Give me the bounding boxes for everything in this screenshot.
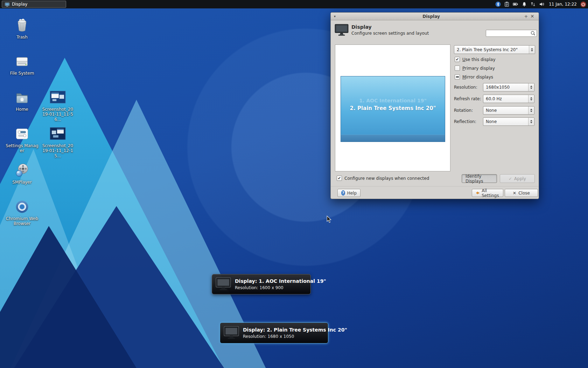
desktop-icon-settings-manager[interactable]: Settings Manager: [5, 125, 39, 154]
identify-osd-display-1: Display: 1. AOC International 19" Resolu…: [212, 274, 311, 294]
desktop-icon-home[interactable]: Home: [5, 89, 39, 112]
rotation-dropdown[interactable]: None: [483, 106, 534, 115]
reflection-dropdown[interactable]: None: [483, 117, 534, 126]
screenshot-thumbnail-icon: [49, 89, 66, 106]
close-button[interactable]: ✕ Close: [505, 189, 538, 197]
monitor-preview[interactable]: 1. AOC International 19" 2. Plain Tree S…: [341, 76, 445, 142]
notifications-bell-icon[interactable]: [522, 1, 527, 7]
checkbox-unchecked-icon[interactable]: [455, 66, 460, 71]
clipboard-icon[interactable]: [504, 1, 510, 7]
action-area-divider: [331, 186, 539, 186]
back-arrow-icon: [476, 190, 479, 196]
checkbox-checked-icon[interactable]: ✔: [337, 176, 342, 181]
desktop-icon-trash[interactable]: Trash: [5, 17, 39, 40]
maximize-icon[interactable]: +: [523, 14, 529, 19]
monitor-icon: [215, 276, 231, 292]
help-label: Help: [347, 191, 357, 196]
desktop-icon-file-system[interactable]: File System: [5, 53, 39, 76]
checkbox-label: Use this display: [462, 57, 496, 62]
search-input[interactable]: [486, 30, 537, 37]
close-window-icon[interactable]: ✕: [529, 14, 536, 19]
checkbox-mixed-icon[interactable]: [455, 74, 460, 80]
all-settings-label: All Settings: [482, 188, 499, 198]
panel-clock[interactable]: 11 Jan, 12:22: [549, 2, 577, 7]
dialog-heading: Display: [351, 24, 372, 30]
mirror-displays-checkbox[interactable]: Mirror displays: [455, 74, 493, 80]
spinner-arrows-icon[interactable]: [528, 83, 534, 91]
search-icon: [531, 30, 536, 37]
desktop-icon-smplayer[interactable]: SMPlayer: [5, 162, 39, 185]
identify-osd-display-2: Display: 2. Plain Tree Systems Inc 20" R…: [220, 322, 328, 343]
network-traffic-icon[interactable]: [530, 1, 536, 7]
window-icon: [5, 2, 10, 7]
top-panel: Display 11 Jan, 12:22: [0, 0, 588, 8]
window-menu-icon[interactable]: ▾: [334, 14, 340, 18]
settings-toggles-icon: [14, 125, 30, 142]
desktop-icon-label: Screenshot_2019-01-11_12-15...: [41, 143, 75, 158]
window-title: Display: [340, 14, 523, 19]
resolution-value: 588x368: [483, 85, 528, 90]
taskbar-window-button[interactable]: Display: [2, 1, 66, 8]
display-layout-preview[interactable]: 1. AOC International 19" 2. Plain Tree S…: [335, 45, 450, 171]
checkbox-label: Primary display: [462, 66, 495, 71]
power-button-icon[interactable]: [580, 1, 586, 7]
titlebar[interactable]: ▾ Display + ✕: [331, 13, 539, 20]
desktop-icon-chromium[interactable]: Chromium Web Browser: [5, 198, 39, 226]
rotation-value: None: [483, 108, 528, 113]
osd-display-resolution: Resolution: 1600 x 900: [235, 285, 326, 290]
apply-button[interactable]: ✓ Apply: [500, 174, 535, 183]
desktop-icon-screenshot-2[interactable]: Screenshot_2019-01-11_12-15...: [41, 125, 75, 158]
apply-check-icon: ✓: [509, 176, 512, 181]
configure-new-displays-checkbox[interactable]: ✔ Configure new displays when connected: [337, 176, 429, 181]
checkbox-label: Mirror displays: [462, 75, 493, 80]
home-folder-icon: [14, 89, 30, 106]
checkbox-checked-icon[interactable]: ✔: [455, 57, 460, 62]
volume-icon[interactable]: [539, 1, 545, 7]
search-box: [486, 29, 537, 36]
trash-icon: [14, 17, 30, 34]
desktop-icon-label: File System: [5, 71, 39, 76]
drive-icon: [14, 53, 30, 70]
refresh-rate-value: 60.0 Hz: [483, 96, 528, 101]
desktop-icon-label: Home: [5, 107, 39, 112]
display-selector-dropdown[interactable]: 2. Plain Tree Systems Inc 20": [454, 45, 535, 54]
refresh-rate-dropdown[interactable]: 60.0 Hz: [483, 95, 534, 103]
osd-display-resolution: Resolution: 588 x 368: [243, 334, 347, 339]
osd-display-title: Display: 2. Plain Tree Systems Inc 20": [243, 327, 347, 333]
help-button[interactable]: ? Help: [337, 189, 360, 197]
spinner-arrows-icon[interactable]: [528, 95, 534, 103]
desktop-icon-label: Settings Manager: [5, 143, 39, 154]
desktop-icon-label: SMPlayer: [5, 180, 39, 185]
chromium-browser-icon: [14, 198, 30, 215]
desktop-icon-label: Chromium Web Browser: [5, 216, 39, 226]
spinner-arrows-icon[interactable]: [529, 46, 535, 54]
close-label: Close: [518, 191, 530, 196]
desktop-icon-label: Screenshot_2019-01-11_11-56...: [41, 107, 75, 122]
all-settings-button[interactable]: All Settings: [472, 189, 503, 197]
taskbar-window-label: Display: [12, 2, 27, 7]
bluetooth-icon[interactable]: [495, 1, 501, 7]
display-selector-value: 2. Plain Tree Systems Inc 20": [454, 47, 529, 52]
battery-icon[interactable]: [513, 1, 518, 7]
mirrored-display-ghost-label: 1. AOC International 19": [341, 98, 445, 103]
spinner-arrows-icon[interactable]: [528, 107, 534, 114]
desktop-icon-screenshot-1[interactable]: Screenshot_2019-01-11_11-56...: [41, 89, 75, 122]
display-monitor-icon: [334, 22, 349, 39]
reflection-value: None: [483, 119, 528, 124]
desktop-icon-label: Trash: [5, 35, 39, 40]
system-tray: [495, 1, 545, 7]
apply-label: Apply: [514, 176, 526, 181]
screenshot-thumbnail-icon: [49, 125, 66, 142]
monitor-icon: [223, 325, 239, 341]
spinner-arrows-icon[interactable]: [528, 118, 534, 125]
media-player-icon: [14, 162, 30, 179]
help-icon: ?: [341, 190, 345, 196]
active-display-label: 2. Plain Tree Systems Inc 20": [341, 105, 445, 111]
resolution-dropdown[interactable]: 588x368: [483, 83, 534, 91]
close-x-icon: ✕: [513, 191, 516, 196]
identify-displays-label: Identify Displays: [465, 174, 493, 184]
use-this-display-checkbox[interactable]: ✔ Use this display: [455, 57, 496, 62]
checkbox-label: Configure new displays when connected: [344, 176, 429, 181]
identify-displays-button[interactable]: Identify Displays: [462, 174, 497, 183]
primary-display-checkbox[interactable]: Primary display: [455, 66, 495, 71]
